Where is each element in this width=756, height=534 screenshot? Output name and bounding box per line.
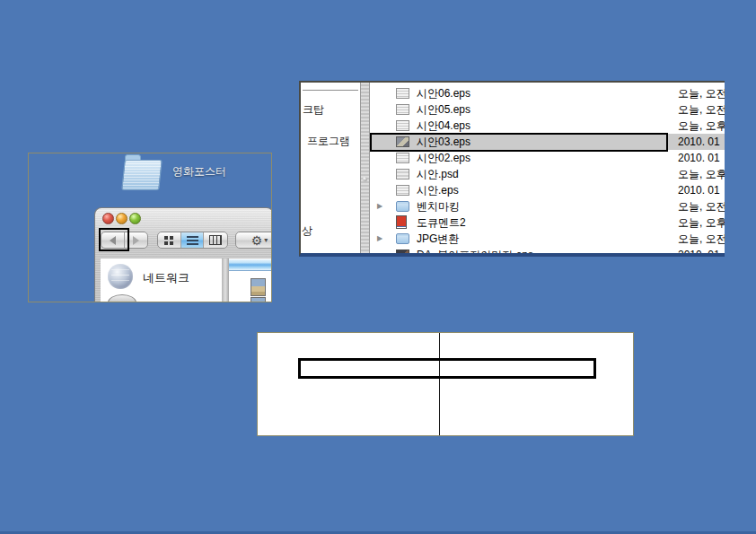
sidebar-item-applications[interactable]: 프로그램 xyxy=(307,134,350,149)
chevron-down-icon: ▾ xyxy=(264,236,268,244)
list-item[interactable]: 시안.psd오늘, 오후 xyxy=(370,166,725,182)
diagram-panel xyxy=(257,332,634,436)
minimize-button[interactable] xyxy=(116,213,127,224)
sidebar-item-movies[interactable]: 상 xyxy=(302,223,312,239)
psd-image-icon xyxy=(396,169,409,179)
column-view-button[interactable] xyxy=(204,232,227,248)
list-sidebar: 크탑 프로그램 상 xyxy=(301,83,360,253)
list-item[interactable]: ▶벤치마킹오늘, 오전 xyxy=(370,198,725,214)
file-date: 2010. 01 xyxy=(678,247,720,257)
file-date: 오늘, 오전 xyxy=(678,85,725,101)
eps-image-icon xyxy=(396,153,409,163)
file-date: 오늘, 오후 xyxy=(678,166,725,182)
column-view-icon xyxy=(209,235,222,245)
file-date: 2010. 01 xyxy=(678,134,720,150)
action-menu-button[interactable]: ⚙ ▾ xyxy=(235,232,272,249)
forward-arrow-icon xyxy=(133,236,139,245)
highlight-rectangle xyxy=(298,358,596,379)
file-date: 오늘, 오전 xyxy=(678,101,725,118)
network-globe-icon xyxy=(108,264,133,289)
eps-image-dark-icon xyxy=(396,136,409,147)
close-button[interactable] xyxy=(102,213,114,224)
file-name: 시안04.eps xyxy=(417,118,470,134)
image-dark-icon xyxy=(396,249,409,257)
list-item[interactable]: 도큐멘트2오늘, 오후 xyxy=(370,214,725,231)
desktop-folder-icon[interactable] xyxy=(122,153,163,192)
folder-icon xyxy=(396,201,409,212)
file-date: 2010. 01 xyxy=(678,150,720,166)
file-name: 시안03.eps xyxy=(417,134,470,150)
list-item[interactable]: 시안02.eps2010. 01 xyxy=(370,150,725,166)
file-date: 오늘, 오전 xyxy=(678,231,725,247)
list-item[interactable]: 시안.eps2010. 01 xyxy=(370,182,725,198)
disclosure-triangle-icon[interactable]: ▶ xyxy=(377,198,382,214)
eps-image-icon xyxy=(396,120,409,131)
photo-thumbnail[interactable] xyxy=(251,297,266,302)
list-item[interactable]: 시안04.eps오늘, 오후 xyxy=(370,118,725,134)
list-item[interactable]: 시안05.eps오늘, 오전 xyxy=(370,101,725,118)
file-date: 오늘, 오전 xyxy=(678,198,725,214)
file-list-fragment: 크탑 프로그램 상 시안06.eps오늘, 오전시안05.eps오늘, 오전시안… xyxy=(299,81,725,257)
icon-view-button[interactable] xyxy=(158,232,181,248)
pane-splitter[interactable] xyxy=(360,83,370,253)
folder-body-shape xyxy=(121,160,163,190)
document-icon xyxy=(396,215,407,229)
hard-disk-icon xyxy=(108,294,136,302)
list-item[interactable]: 시안06.eps오늘, 오전 xyxy=(370,85,725,101)
folder-icon xyxy=(396,233,409,244)
center-fold-line xyxy=(439,333,440,435)
list-item[interactable]: ▶JPG변환오늘, 오전 xyxy=(370,231,725,247)
file-date: 2010. 01 xyxy=(678,182,720,198)
window-sidebar: 네트워크 xyxy=(101,258,222,302)
splitter-knob[interactable] xyxy=(363,177,367,181)
gear-icon: ⚙ xyxy=(251,234,263,247)
eps-image-icon xyxy=(396,185,409,196)
file-name: 시안06.eps xyxy=(417,85,470,101)
finder-window-fragment: 영화포스터 ⚙ ▾ 네트워크 xyxy=(28,153,272,302)
highlight-rectangle xyxy=(99,228,129,251)
sidebar-splitter[interactable] xyxy=(222,258,229,302)
file-name: 도큐멘트2 xyxy=(417,214,466,231)
finder-window: ⚙ ▾ 네트워크 xyxy=(94,207,272,302)
photo-thumbnail[interactable] xyxy=(251,278,266,296)
zoom-button[interactable] xyxy=(129,213,141,224)
file-name: 시안05.eps xyxy=(417,101,470,118)
list-item[interactable]: DA_붙어표지이미지.eps2010. 01 xyxy=(370,247,725,257)
list-view-icon xyxy=(187,236,198,245)
eps-image-icon xyxy=(396,88,409,99)
eps-image-icon xyxy=(396,104,409,115)
file-name: 시안.eps xyxy=(417,182,459,198)
list-item[interactable]: 시안03.eps2010. 01 xyxy=(370,134,725,150)
file-name: DA_붙어표지이미지.eps xyxy=(417,247,533,257)
file-date: 오늘, 오후 xyxy=(678,118,725,134)
desktop-folder-label: 영화포스터 xyxy=(172,164,226,179)
file-name: JPG변환 xyxy=(417,231,459,247)
disclosure-triangle-icon[interactable]: ▶ xyxy=(377,231,382,247)
highlight-rectangle xyxy=(370,133,668,152)
file-name: 시안02.eps xyxy=(417,150,470,166)
file-name: 시안.psd xyxy=(417,166,459,182)
view-switcher xyxy=(157,232,228,249)
selected-header-bar xyxy=(229,259,272,271)
desktop-background: 영화포스터 ⚙ ▾ 네트워크 xyxy=(0,0,756,534)
list-view-button[interactable] xyxy=(181,232,205,248)
sidebar-divider xyxy=(303,90,358,91)
sidebar-item-desktop[interactable]: 크탑 xyxy=(303,102,324,118)
file-date: 오늘, 오후 xyxy=(678,214,725,231)
icon-view-icon xyxy=(164,236,168,240)
window-content-pane xyxy=(229,258,272,302)
file-name: 벤치마킹 xyxy=(417,198,460,214)
sidebar-item-network[interactable]: 네트워크 xyxy=(143,270,189,286)
file-list-rows: 시안06.eps오늘, 오전시안05.eps오늘, 오전시안04.eps오늘, … xyxy=(370,85,725,257)
